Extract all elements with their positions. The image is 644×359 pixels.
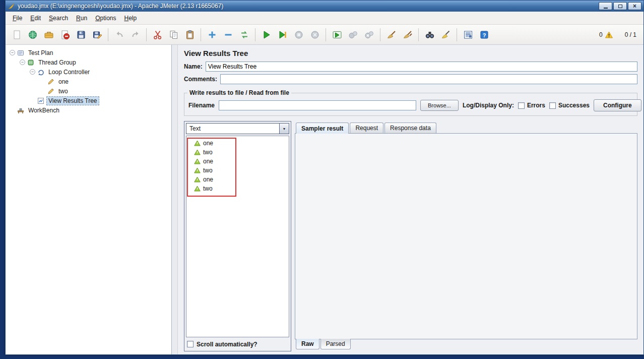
remote-stop-icon <box>348 30 358 40</box>
results-right-panel: Sampler result Request Response data Raw… <box>295 121 637 351</box>
errors-checkbox[interactable] <box>518 102 525 109</box>
copy-button[interactable] <box>166 27 181 42</box>
clear-all-button[interactable] <box>400 27 415 42</box>
warning-icon[interactable] <box>605 31 613 38</box>
minimize-icon <box>604 8 608 9</box>
tree-collapse-handle-icon[interactable]: − <box>10 50 15 55</box>
menu-options[interactable]: Options <box>91 13 120 24</box>
remote-stop-all-button[interactable] <box>345 27 361 42</box>
result-item[interactable]: one <box>187 139 288 148</box>
close-file-button[interactable] <box>57 27 73 42</box>
undo-button[interactable] <box>111 27 127 42</box>
successes-label: Successes <box>558 102 590 109</box>
search-reset-button[interactable] <box>438 27 454 42</box>
tree-node-one[interactable]: one <box>6 77 171 86</box>
expand-all-button[interactable] <box>204 27 220 42</box>
toolbar-separator <box>326 28 326 41</box>
configure-button[interactable]: Configure <box>594 99 641 111</box>
toolbar-separator <box>108 28 108 41</box>
test-plan-icon <box>17 49 24 56</box>
view-mode-select[interactable]: Text ▼ <box>186 123 289 134</box>
error-count[interactable]: 0 <box>599 31 603 38</box>
tree-collapse-handle-icon[interactable]: − <box>20 59 25 65</box>
window-title: youdao.jmx (E:\xingnengceshi\youdao.jmx)… <box>18 3 596 10</box>
tree-node-thread-group[interactable]: − Thread Group <box>6 57 171 67</box>
open-button[interactable] <box>41 27 56 42</box>
maximize-button[interactable] <box>613 2 627 10</box>
menu-edit[interactable]: Edit <box>26 13 45 24</box>
loop-controller-icon <box>37 69 44 76</box>
search-button[interactable] <box>422 27 437 42</box>
function-helper-button[interactable] <box>460 27 476 42</box>
start-button[interactable] <box>259 27 274 42</box>
save-as-button[interactable] <box>89 27 105 42</box>
chevron-down-icon[interactable]: ▼ <box>279 124 289 134</box>
start-no-pauses-button[interactable] <box>275 27 290 42</box>
remote-shutdown-icon <box>364 30 374 40</box>
help-button[interactable]: ? <box>476 27 492 42</box>
comments-row: Comments: <box>184 74 637 84</box>
stop-button[interactable] <box>291 27 306 42</box>
shutdown-button[interactable] <box>307 27 323 42</box>
remote-start-all-button[interactable] <box>329 27 345 42</box>
new-file-icon <box>12 30 22 40</box>
tree-node-two[interactable]: two <box>6 86 171 96</box>
close-icon: × <box>633 3 636 9</box>
cut-button[interactable] <box>150 27 165 42</box>
panel-splitter[interactable] <box>172 45 178 354</box>
menu-run[interactable]: Run <box>72 13 91 24</box>
result-item[interactable]: one <box>187 157 288 166</box>
scroll-automatically-checkbox[interactable] <box>187 341 194 347</box>
filename-input[interactable] <box>219 100 416 110</box>
save-as-icon <box>92 30 102 40</box>
search-binoculars-icon <box>425 30 435 40</box>
paste-button[interactable] <box>182 27 198 42</box>
toggle-button[interactable] <box>236 27 252 42</box>
menu-help[interactable]: Help <box>120 13 141 24</box>
render-tabs: Raw Parsed <box>295 339 637 351</box>
workbench-icon <box>17 107 24 114</box>
name-input[interactable] <box>206 62 637 72</box>
templates-button[interactable] <box>25 27 40 42</box>
tree-collapse-handle-icon[interactable]: − <box>30 69 35 75</box>
tree-node-view-results-tree[interactable]: View Results Tree <box>6 96 171 105</box>
tree-node-loop-controller[interactable]: − Loop Controller <box>6 67 171 77</box>
sample-result-icon <box>194 149 201 155</box>
result-label: two <box>203 167 213 174</box>
tab-request[interactable]: Request <box>350 123 383 133</box>
successes-checkbox[interactable] <box>549 102 556 109</box>
remote-shutdown-all-button[interactable] <box>361 27 377 42</box>
tab-response-data[interactable]: Response data <box>384 123 436 133</box>
copy-icon <box>169 30 179 40</box>
toolbar-separator <box>255 28 255 41</box>
toolbar-separator <box>380 28 380 41</box>
menu-search[interactable]: Search <box>45 13 72 24</box>
paste-clipboard-icon <box>185 30 195 40</box>
close-button[interactable]: × <box>628 2 641 10</box>
comments-input[interactable] <box>220 74 637 84</box>
save-button[interactable] <box>73 27 89 42</box>
toolbar-status: 0 0 / 1 <box>599 31 640 38</box>
result-item[interactable]: two <box>187 166 288 175</box>
tree-node-workbench[interactable]: WorkBench <box>6 105 171 115</box>
tab-raw[interactable]: Raw <box>296 339 319 349</box>
clear-button[interactable] <box>383 27 399 42</box>
help-icon: ? <box>479 30 489 40</box>
tab-parsed[interactable]: Parsed <box>320 339 351 349</box>
open-toolbox-icon <box>44 30 54 40</box>
collapse-all-button[interactable] <box>220 27 236 42</box>
tree-node-test-plan[interactable]: − Test Plan <box>6 48 171 57</box>
redo-button[interactable] <box>127 27 143 42</box>
tab-sampler-result[interactable]: Sampler result <box>296 123 349 134</box>
new-button[interactable] <box>9 27 24 42</box>
result-item[interactable]: two <box>187 184 288 193</box>
maximize-icon <box>618 5 622 8</box>
result-item[interactable]: one <box>187 175 288 184</box>
menu-file[interactable]: File <box>9 13 26 24</box>
tree-node-label: two <box>56 87 70 96</box>
successes-group: Successes <box>549 102 590 109</box>
minimize-button[interactable] <box>599 2 612 10</box>
result-item[interactable]: two <box>187 148 288 157</box>
titlebar[interactable]: youdao.jmx (E:\xingnengceshi\youdao.jmx)… <box>6 1 643 12</box>
browse-button[interactable]: Browse... <box>420 100 459 111</box>
